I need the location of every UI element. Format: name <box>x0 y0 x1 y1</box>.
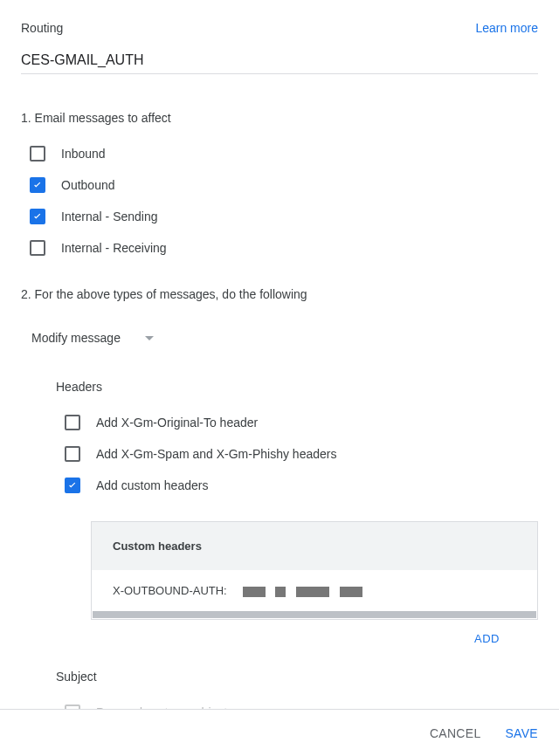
message-type-list: Inbound Outbound Internal - Sending Inte… <box>21 146 538 256</box>
headers-heading: Headers <box>56 380 538 394</box>
checkbox-outbound[interactable]: Outbound <box>30 177 538 193</box>
dialog-scroll[interactable]: Routing Learn more 1. Email messages to … <box>0 0 559 709</box>
checkbox-label: Internal - Sending <box>61 210 158 223</box>
dialog-content: Routing Learn more 1. Email messages to … <box>0 0 559 709</box>
custom-headers-title: Custom headers <box>92 522 537 570</box>
action-dropdown[interactable]: Modify message <box>21 322 161 354</box>
checkbox-icon <box>30 209 45 224</box>
cancel-button[interactable]: CANCEL <box>430 726 481 740</box>
section2-label: 2. For the above types of messages, do t… <box>21 287 538 301</box>
headers-group: Headers Add X-Gm-Original-To header Add … <box>56 380 538 493</box>
checkbox-label: Add custom headers <box>96 478 208 492</box>
checkbox-spam-phishy[interactable]: Add X-Gm-Spam and X-Gm-Phishy headers <box>65 446 538 462</box>
rule-name-input[interactable] <box>21 51 538 74</box>
checkbox-label: Add X-Gm-Original-To header <box>96 416 258 430</box>
checkbox-icon <box>65 415 80 430</box>
page-title: Routing <box>21 21 63 35</box>
checkbox-icon <box>30 146 45 162</box>
checkbox-icon <box>30 240 45 256</box>
checkbox-internal-sending[interactable]: Internal - Sending <box>30 209 538 224</box>
checkbox-icon <box>65 446 80 462</box>
checkbox-label: Outbound <box>61 178 115 192</box>
checkbox-label: Internal - Receiving <box>61 241 167 255</box>
checkbox-inbound[interactable]: Inbound <box>30 146 538 162</box>
save-button[interactable]: SAVE <box>505 726 538 740</box>
header-row: Routing Learn more <box>21 21 538 35</box>
learn-more-link[interactable]: Learn more <box>475 21 538 35</box>
custom-headers-panel: Custom headers X-OUTBOUND-AUTH: <box>91 521 538 620</box>
panel-horizontal-scrollbar[interactable] <box>93 611 536 618</box>
chevron-down-icon <box>145 336 154 340</box>
add-header-row: ADD <box>21 620 538 645</box>
checkbox-custom-headers[interactable]: Add custom headers <box>65 478 538 493</box>
subject-heading: Subject <box>56 670 538 684</box>
routing-dialog: Routing Learn more 1. Email messages to … <box>0 0 559 756</box>
section1-label: 1. Email messages to affect <box>21 111 538 125</box>
headers-checkbox-list: Add X-Gm-Original-To header Add X-Gm-Spa… <box>56 415 538 493</box>
checkbox-internal-receiving[interactable]: Internal - Receiving <box>30 240 538 256</box>
add-header-button[interactable]: ADD <box>474 632 500 645</box>
custom-header-key: X-OUTBOUND-AUTH: <box>113 584 227 597</box>
subject-group: Subject Prepend custom subject <box>56 670 538 709</box>
custom-header-row[interactable]: X-OUTBOUND-AUTH: <box>92 570 537 611</box>
dialog-footer: CANCEL SAVE <box>0 709 559 756</box>
checkbox-original-to[interactable]: Add X-Gm-Original-To header <box>65 415 538 430</box>
checkbox-icon <box>30 177 45 193</box>
checkbox-label: Add X-Gm-Spam and X-Gm-Phishy headers <box>96 447 336 461</box>
checkbox-label: Inbound <box>61 147 106 161</box>
custom-header-value-redacted <box>243 584 362 597</box>
dropdown-label: Modify message <box>31 331 121 345</box>
checkbox-icon <box>65 478 80 493</box>
